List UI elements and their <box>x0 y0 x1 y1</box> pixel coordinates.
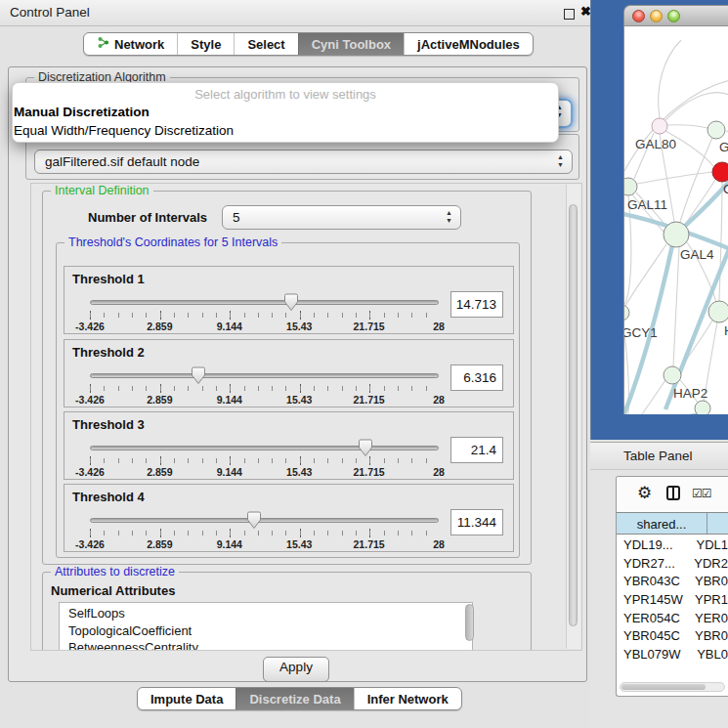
table-row[interactable]: YBL079WYBL0 <box>617 645 728 664</box>
group-label: Threshold's Coordinates for 5 Intervals <box>64 236 281 249</box>
slider-track[interactable] <box>90 373 439 378</box>
network-canvas[interactable]: GAL80 GA C GAL11 GAL4 GCY1 H HAP2 <box>623 26 728 414</box>
num-intervals-label: Number of Intervals <box>88 210 207 225</box>
table-cell: YBL0 <box>694 647 728 662</box>
tick-label: 2.859 <box>147 466 172 478</box>
node-label: GAL11 <box>627 197 667 212</box>
table-row[interactable]: YDR27...YDR2 <box>617 554 728 573</box>
minor-ticks <box>90 458 440 463</box>
tick-label: 9.144 <box>217 538 242 550</box>
settings-scroll-area: Interval Definition Number of Intervals … <box>30 183 582 651</box>
tick-label: 2.859 <box>147 394 172 406</box>
table-panel: ⚙ ☑☑ shared... na YDL19...YDL1YDR27...YD… <box>616 476 728 697</box>
table-row[interactable]: YDL19...YDL1 <box>617 535 728 554</box>
table-row[interactable]: YPR145WYPR1 <box>617 590 728 609</box>
algorithm-popup: Select algorithm to view settings Manual… <box>12 82 559 143</box>
slider-track[interactable] <box>90 518 439 523</box>
vertical-scrollbar-thumb[interactable] <box>569 204 578 626</box>
slider-track[interactable] <box>90 300 439 305</box>
table-data-combobox[interactable]: galFiltered.sif default node ▲▼ <box>34 150 573 174</box>
tick-label: -3.426 <box>75 394 105 406</box>
slider-thumb[interactable] <box>358 439 373 457</box>
network-view-frame: GAL80 GA C GAL11 GAL4 GCY1 H HAP2 <box>590 0 728 440</box>
node-table-body[interactable]: YDL19...YDL1YDR27...YDR2YBR043CYBR0YPR14… <box>617 535 728 668</box>
combo-value: galFiltered.sif default node <box>45 154 199 169</box>
tab-discretize-data[interactable]: Discretize Data <box>236 688 353 709</box>
node-h[interactable] <box>708 301 728 322</box>
select-columns-icon[interactable]: ☑☑ <box>692 487 711 500</box>
tick-label: 2.859 <box>147 321 172 332</box>
minimize-traffic-light-icon[interactable] <box>650 10 663 22</box>
columns-icon[interactable] <box>666 486 680 500</box>
popup-option-equal-width[interactable]: Equal Width/Frequency Discretization <box>14 122 558 139</box>
tab-label: Discretize Data <box>249 692 340 707</box>
node-gcy1[interactable] <box>624 305 629 321</box>
slider-thumb[interactable] <box>246 511 262 530</box>
node-ga[interactable] <box>707 121 725 139</box>
threshold-2-box: Threshold 2 -3.4262.8599.14415.4321.7152… <box>64 339 514 407</box>
horizontal-scrollbar[interactable] <box>620 682 725 692</box>
column-header-shared-name[interactable]: shared... <box>617 513 707 534</box>
table-cell: YLR345W <box>617 665 693 668</box>
tick-label: -3.426 <box>75 321 105 332</box>
table-row[interactable]: YER054CYER0 <box>617 609 728 627</box>
attribute-item[interactable]: BetweennessCentrality <box>68 639 472 651</box>
tab-style[interactable]: Style <box>177 33 234 55</box>
float-icon[interactable] <box>564 9 575 20</box>
threshold-value-field[interactable]: 14.713 <box>450 291 503 318</box>
table-row[interactable]: YBR045CYBR0 <box>617 626 728 645</box>
node-gal4[interactable] <box>664 222 689 247</box>
table-panel-title: Table Panel <box>623 449 693 463</box>
node-selected-red[interactable] <box>712 162 728 182</box>
table-row[interactable]: YBR043CYBR0 <box>617 572 728 590</box>
panel-title: Control Panel <box>10 5 90 20</box>
attribute-item[interactable]: TopologicalCoefficient <box>68 622 472 640</box>
table-row[interactable]: YLR345WYLR3 <box>617 664 728 668</box>
tab-label: Cyni Toolbox <box>312 37 391 52</box>
apply-button[interactable]: Apply <box>263 657 329 682</box>
node-hap2[interactable] <box>664 366 681 384</box>
vertical-scrollbar[interactable] <box>566 185 580 649</box>
tick-label: 28 <box>433 538 445 550</box>
tick-label: 15.43 <box>286 538 312 550</box>
tab-network[interactable]: Network <box>84 33 177 55</box>
tab-cyni-toolbox[interactable]: Cyni Toolbox <box>298 33 404 55</box>
tab-select[interactable]: Select <box>234 33 297 55</box>
numerical-attributes-list[interactable]: SelfLoopsTopologicalCoefficientBetweenne… <box>59 602 473 651</box>
node-gal11[interactable] <box>624 178 637 195</box>
numerical-attributes-label: Numerical Attributes <box>51 583 175 598</box>
attributes-group: Attributes to discretize Numerical Attri… <box>42 572 532 651</box>
column-header-name[interactable]: na <box>707 513 728 534</box>
tab-infer-network[interactable]: Infer Network <box>354 688 461 709</box>
node-bottom[interactable] <box>695 401 710 414</box>
table-cell: YLR3 <box>693 665 728 668</box>
tab-jactivemnodules[interactable]: jActiveMNodules <box>404 33 533 55</box>
list-scrollbar-thumb[interactable] <box>465 604 474 641</box>
bottom-tab-bar: Impute Data Discretize Data Infer Networ… <box>137 687 462 710</box>
network-window-titlebar[interactable] <box>623 5 728 26</box>
node-gal80[interactable] <box>652 118 667 134</box>
node-label: GAL4 <box>680 247 714 262</box>
attribute-item[interactable]: SelfLoops <box>68 605 472 622</box>
threshold-value-field[interactable]: 11.344 <box>450 509 503 535</box>
threshold-value-field[interactable]: 6.316 <box>450 364 503 391</box>
num-intervals-combobox[interactable]: 5 ▲▼ <box>222 205 461 230</box>
tab-impute-data[interactable]: Impute Data <box>138 688 236 709</box>
tab-label: Infer Network <box>367 692 449 707</box>
threshold-value-field[interactable]: 21.4 <box>450 437 503 463</box>
close-traffic-light-icon[interactable] <box>632 10 645 22</box>
popup-option-manual[interactable]: Manual Discretization <box>14 104 558 120</box>
slider-track[interactable] <box>90 446 439 450</box>
gear-icon[interactable]: ⚙ <box>637 483 652 503</box>
threshold-1-box: Threshold 1 -3.4262.8599.14415.4321.7152… <box>64 266 514 334</box>
thresholds-group: Threshold's Coordinates for 5 Intervals … <box>56 242 520 558</box>
minor-ticks <box>90 531 440 535</box>
tick-label: -3.426 <box>75 538 105 550</box>
horizontal-scrollbar-thumb[interactable] <box>621 684 706 690</box>
minor-ticks <box>90 386 440 391</box>
threshold-4-box: Threshold 4 -3.4262.8599.14415.4321.7152… <box>64 484 514 552</box>
tick-label: 28 <box>433 321 445 332</box>
slider-thumb[interactable] <box>191 366 206 385</box>
zoom-traffic-light-icon[interactable] <box>667 10 680 22</box>
slider-thumb[interactable] <box>283 293 299 312</box>
